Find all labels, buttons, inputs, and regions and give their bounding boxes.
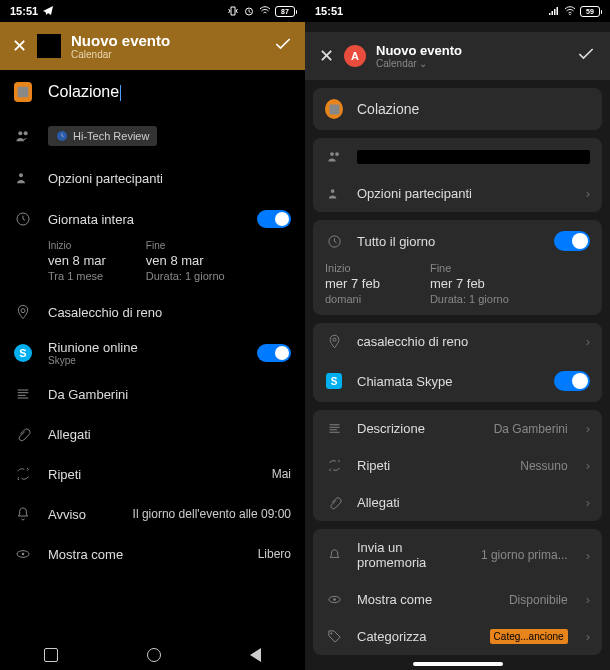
location-row[interactable]: casalecchio di reno › [313,323,602,360]
description-row[interactable]: Descrizione Da Gamberini › [313,410,602,447]
text-icon [325,421,343,436]
description-row[interactable]: Da Gamberini [0,374,305,414]
skype-toggle[interactable] [554,371,590,391]
online-meeting-row[interactable]: S Riunione online Skype [0,332,305,374]
svg-point-7 [21,309,25,313]
participants-card: Opzioni partecipanti › [313,138,602,212]
status-bar: 15:51 59 [305,0,610,22]
people-icon [325,149,343,164]
close-icon[interactable]: ✕ [12,35,27,57]
people-plus-icon [325,186,343,201]
event-title-row[interactable]: Colazione [0,70,305,114]
nav-home[interactable] [147,648,161,662]
svg-point-10 [569,14,571,16]
chevron-right-icon: › [586,458,590,473]
skype-row[interactable]: S Chiamata Skype [313,360,602,402]
chevron-right-icon: › [586,334,590,349]
participants-row[interactable] [313,138,602,175]
participant-options-row[interactable]: Opzioni partecipanti [0,158,305,198]
details-card: Descrizione Da Gamberini › Ripeti Nessun… [313,410,602,521]
svg-point-13 [335,152,339,156]
show-as-row[interactable]: Mostra come Disponibile › [313,581,602,618]
attachment-icon [14,426,32,442]
allday-toggle[interactable] [257,210,291,228]
show-as-row[interactable]: Mostra come Libero [0,534,305,574]
date-range[interactable]: Inizio mer 7 feb domani Fine mer 7 feb D… [313,262,602,315]
attachment-icon [325,495,343,510]
wifi-icon [564,5,576,17]
svg-rect-11 [329,104,339,114]
header: ✕ Nuovo evento Calendar [0,22,305,70]
chevron-right-icon: › [586,186,590,201]
battery-icon: 59 [580,6,600,17]
allday-toggle[interactable] [554,231,590,251]
status-bar: 15:51 87 [0,0,305,22]
eye-icon [325,592,343,607]
location-icon [14,304,32,320]
event-title-input[interactable]: Colazione [357,101,590,117]
title-card: Colazione [313,88,602,130]
eye-icon [14,546,32,562]
svg-point-12 [330,152,334,156]
header: ✕ A Nuovo evento Calendar⌄ [305,32,610,80]
header-title: Nuovo evento [71,32,263,49]
reminder-row[interactable]: Invia un promemoria 1 giorno prima... › [313,529,602,581]
svg-point-14 [330,189,334,193]
categorize-row[interactable]: Categorizza Categ...ancione › [313,618,602,655]
close-icon[interactable]: ✕ [319,45,334,67]
attachments-row[interactable]: Allegati [0,414,305,454]
svg-point-18 [333,598,336,601]
people-plus-icon [14,170,32,186]
participants-row[interactable]: Hi-Tech Review [0,114,305,158]
confirm-icon[interactable] [273,34,293,58]
people-icon [14,128,32,144]
phone-left: 15:51 87 ✕ Nuovo evento Calendar Colazio… [0,0,305,670]
chevron-right-icon: › [586,421,590,436]
phone-right: 15:51 59 ✕ A Nuovo evento Calendar⌄ Cola… [305,0,610,670]
nav-recent[interactable] [44,648,58,662]
svg-point-9 [22,553,25,556]
svg-point-19 [330,632,332,634]
alert-value: Il giorno dell'evento alle 09:00 [133,507,291,521]
allday-row[interactable]: Tutto il giorno [313,220,602,262]
svg-point-16 [332,338,335,341]
participant-redacted [357,150,590,164]
confirm-icon[interactable] [576,44,596,68]
participant-options-row[interactable]: Opzioni partecipanti › [313,175,602,212]
end-date-col[interactable]: Fine ven 8 mar Durata: 1 giorno [146,240,225,282]
start-date-col[interactable]: Inizio mer 7 feb domani [325,262,380,305]
chevron-right-icon: › [586,495,590,510]
status-time: 15:51 [10,5,38,17]
clock-icon [14,211,32,227]
event-title-input[interactable]: Colazione [48,83,119,100]
repeat-row[interactable]: Ripeti Mai [0,454,305,494]
date-range[interactable]: Inizio ven 8 mar Tra 1 mese Fine ven 8 m… [0,240,305,292]
battery-icon: 87 [275,6,295,17]
reminder-value: 1 giorno prima... [481,548,568,562]
nav-back[interactable] [250,648,261,662]
location-row[interactable]: Casalecchio di reno [0,292,305,332]
repeat-row[interactable]: Ripeti Nessuno › [313,447,602,484]
category-icon [325,99,343,119]
end-date-col[interactable]: Fine mer 7 feb Durata: 1 giorno [430,262,509,305]
start-date-col[interactable]: Inizio ven 8 mar Tra 1 mese [48,240,106,282]
telegram-icon [42,5,54,17]
chevron-right-icon: › [586,592,590,607]
show-as-value: Disponibile [509,593,568,607]
svg-point-2 [18,131,22,135]
online-meeting-toggle[interactable] [257,344,291,362]
participant-chip[interactable]: Hi-Tech Review [48,126,157,146]
header-title: Nuovo evento [376,43,566,58]
time-card: Tutto il giorno Inizio mer 7 feb domani … [313,220,602,315]
skype-icon: S [14,344,32,362]
allday-row[interactable]: Giornata intera [0,198,305,240]
calendar-square-icon [37,34,61,58]
event-title-row[interactable]: Colazione [313,88,602,130]
avatar: A [344,45,366,67]
attachments-row[interactable]: Allegati › [313,484,602,521]
ios-home-bar[interactable] [413,662,503,666]
category-icon [14,82,32,102]
header-subtitle[interactable]: Calendar⌄ [376,58,566,69]
alert-row[interactable]: Avviso Il giorno dell'evento alle 09:00 [0,494,305,534]
alarm-icon [243,5,255,17]
